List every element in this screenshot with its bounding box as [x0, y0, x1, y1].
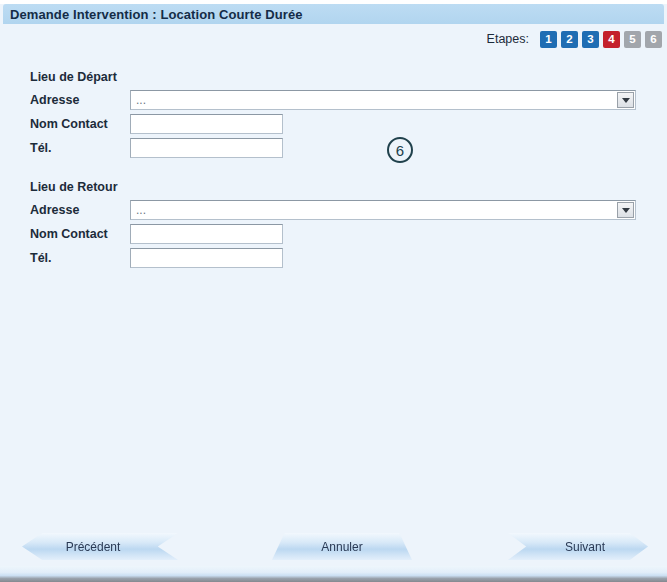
departure-address-value: ...: [131, 93, 146, 107]
departure-address-label: Adresse: [30, 93, 130, 107]
step-2: 2: [561, 31, 578, 48]
window-title-bar: Demande Intervention : Location Courte D…: [3, 4, 664, 24]
departure-address-select[interactable]: ...: [130, 90, 636, 110]
window-bottom-edge: [0, 566, 667, 582]
down-triangle-icon: [622, 208, 630, 213]
departure-contact-label: Nom Contact: [30, 117, 130, 131]
window: Demande Intervention : Location Courte D…: [0, 0, 667, 582]
chevron-down-icon[interactable]: [617, 202, 634, 218]
chevron-down-icon[interactable]: [617, 92, 634, 108]
section-return-title: Lieu de Retour: [30, 180, 640, 194]
section-departure: Lieu de Départ Adresse ... Nom Contact T…: [30, 70, 640, 162]
return-address-select[interactable]: ...: [130, 200, 636, 220]
return-phone-label: Tél.: [30, 251, 130, 265]
departure-contact-input[interactable]: [130, 114, 283, 134]
departure-contact-row: Nom Contact: [30, 114, 640, 134]
return-contact-row: Nom Contact: [30, 224, 640, 244]
previous-button[interactable]: Précédent: [22, 533, 178, 560]
return-contact-input[interactable]: [130, 224, 283, 244]
page-title: Demande Intervention : Location Courte D…: [10, 7, 303, 22]
step-badge: 6: [387, 137, 413, 163]
departure-address-row: Adresse ...: [30, 90, 640, 110]
return-contact-label: Nom Contact: [30, 227, 130, 241]
step-4: 4: [603, 31, 620, 48]
section-departure-title: Lieu de Départ: [30, 70, 640, 84]
return-phone-row: Tél.: [30, 248, 640, 268]
down-triangle-icon: [622, 98, 630, 103]
step-6: 6: [645, 31, 662, 48]
steps-label: Etapes:: [487, 32, 529, 46]
step-5: 5: [624, 31, 641, 48]
next-button[interactable]: Suivant: [508, 533, 648, 560]
departure-phone-input[interactable]: [130, 138, 283, 158]
departure-phone-label: Tél.: [30, 141, 130, 155]
departure-phone-row: Tél.: [30, 138, 640, 158]
section-return: Lieu de Retour Adresse ... Nom Contact T…: [30, 180, 640, 272]
return-address-row: Adresse ...: [30, 200, 640, 220]
step-3: 3: [582, 31, 599, 48]
step-1: 1: [540, 31, 557, 48]
return-phone-input[interactable]: [130, 248, 283, 268]
return-address-value: ...: [131, 203, 146, 217]
steps-indicator: Etapes: 1 2 3 4 5 6: [487, 30, 662, 48]
cancel-button[interactable]: Annuler: [272, 533, 412, 560]
return-address-label: Adresse: [30, 203, 130, 217]
